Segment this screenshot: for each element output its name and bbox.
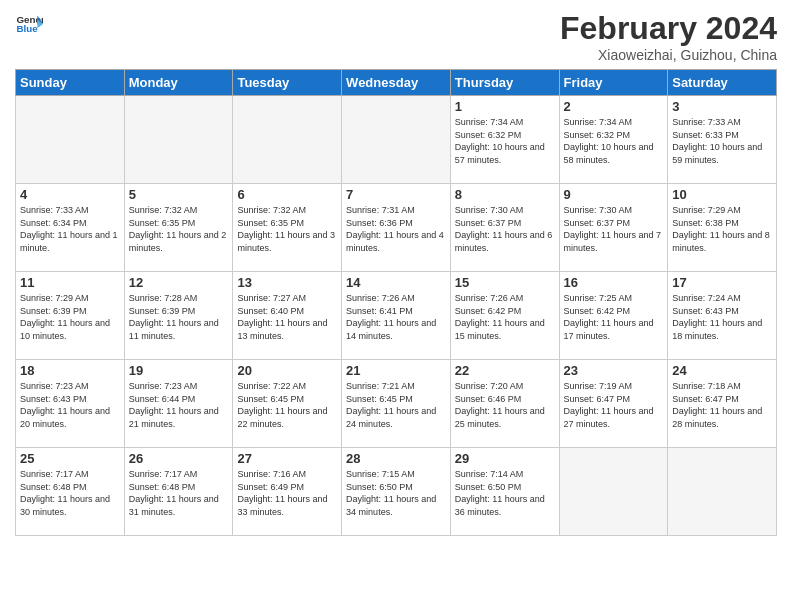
svg-text:Blue: Blue bbox=[16, 23, 38, 34]
day-number: 6 bbox=[237, 187, 337, 202]
calendar-cell: 2Sunrise: 7:34 AMSunset: 6:32 PMDaylight… bbox=[559, 96, 668, 184]
day-info: Sunrise: 7:21 AMSunset: 6:45 PMDaylight:… bbox=[346, 380, 446, 430]
day-info: Sunrise: 7:23 AMSunset: 6:44 PMDaylight:… bbox=[129, 380, 229, 430]
logo-icon: General Blue bbox=[15, 10, 43, 38]
day-info: Sunrise: 7:25 AMSunset: 6:42 PMDaylight:… bbox=[564, 292, 664, 342]
day-info: Sunrise: 7:29 AMSunset: 6:39 PMDaylight:… bbox=[20, 292, 120, 342]
day-info: Sunrise: 7:22 AMSunset: 6:45 PMDaylight:… bbox=[237, 380, 337, 430]
day-info: Sunrise: 7:32 AMSunset: 6:35 PMDaylight:… bbox=[129, 204, 229, 254]
calendar-cell: 20Sunrise: 7:22 AMSunset: 6:45 PMDayligh… bbox=[233, 360, 342, 448]
day-number: 21 bbox=[346, 363, 446, 378]
day-number: 12 bbox=[129, 275, 229, 290]
day-info: Sunrise: 7:16 AMSunset: 6:49 PMDaylight:… bbox=[237, 468, 337, 518]
day-number: 29 bbox=[455, 451, 555, 466]
day-number: 19 bbox=[129, 363, 229, 378]
day-info: Sunrise: 7:27 AMSunset: 6:40 PMDaylight:… bbox=[237, 292, 337, 342]
calendar-subtitle: Xiaoweizhai, Guizhou, China bbox=[560, 47, 777, 63]
week-row-4: 25Sunrise: 7:17 AMSunset: 6:48 PMDayligh… bbox=[16, 448, 777, 536]
day-number: 13 bbox=[237, 275, 337, 290]
day-info: Sunrise: 7:34 AMSunset: 6:32 PMDaylight:… bbox=[455, 116, 555, 166]
day-info: Sunrise: 7:14 AMSunset: 6:50 PMDaylight:… bbox=[455, 468, 555, 518]
day-number: 15 bbox=[455, 275, 555, 290]
calendar-cell bbox=[559, 448, 668, 536]
calendar-cell: 9Sunrise: 7:30 AMSunset: 6:37 PMDaylight… bbox=[559, 184, 668, 272]
day-number: 25 bbox=[20, 451, 120, 466]
day-number: 1 bbox=[455, 99, 555, 114]
calendar-cell bbox=[16, 96, 125, 184]
day-info: Sunrise: 7:17 AMSunset: 6:48 PMDaylight:… bbox=[129, 468, 229, 518]
day-info: Sunrise: 7:28 AMSunset: 6:39 PMDaylight:… bbox=[129, 292, 229, 342]
day-info: Sunrise: 7:32 AMSunset: 6:35 PMDaylight:… bbox=[237, 204, 337, 254]
calendar-cell: 22Sunrise: 7:20 AMSunset: 6:46 PMDayligh… bbox=[450, 360, 559, 448]
day-number: 2 bbox=[564, 99, 664, 114]
day-number: 8 bbox=[455, 187, 555, 202]
day-info: Sunrise: 7:31 AMSunset: 6:36 PMDaylight:… bbox=[346, 204, 446, 254]
day-info: Sunrise: 7:33 AMSunset: 6:33 PMDaylight:… bbox=[672, 116, 772, 166]
weekday-header-saturday: Saturday bbox=[668, 70, 777, 96]
day-number: 16 bbox=[564, 275, 664, 290]
calendar-cell: 5Sunrise: 7:32 AMSunset: 6:35 PMDaylight… bbox=[124, 184, 233, 272]
day-info: Sunrise: 7:33 AMSunset: 6:34 PMDaylight:… bbox=[20, 204, 120, 254]
day-info: Sunrise: 7:30 AMSunset: 6:37 PMDaylight:… bbox=[455, 204, 555, 254]
weekday-header-wednesday: Wednesday bbox=[342, 70, 451, 96]
day-info: Sunrise: 7:29 AMSunset: 6:38 PMDaylight:… bbox=[672, 204, 772, 254]
calendar-cell: 19Sunrise: 7:23 AMSunset: 6:44 PMDayligh… bbox=[124, 360, 233, 448]
calendar-cell: 28Sunrise: 7:15 AMSunset: 6:50 PMDayligh… bbox=[342, 448, 451, 536]
day-number: 10 bbox=[672, 187, 772, 202]
calendar-cell: 29Sunrise: 7:14 AMSunset: 6:50 PMDayligh… bbox=[450, 448, 559, 536]
calendar-cell: 7Sunrise: 7:31 AMSunset: 6:36 PMDaylight… bbox=[342, 184, 451, 272]
calendar-cell bbox=[124, 96, 233, 184]
calendar-cell: 15Sunrise: 7:26 AMSunset: 6:42 PMDayligh… bbox=[450, 272, 559, 360]
calendar-cell: 16Sunrise: 7:25 AMSunset: 6:42 PMDayligh… bbox=[559, 272, 668, 360]
calendar-table: SundayMondayTuesdayWednesdayThursdayFrid… bbox=[15, 69, 777, 536]
weekday-header-row: SundayMondayTuesdayWednesdayThursdayFrid… bbox=[16, 70, 777, 96]
calendar-cell: 1Sunrise: 7:34 AMSunset: 6:32 PMDaylight… bbox=[450, 96, 559, 184]
calendar-cell: 25Sunrise: 7:17 AMSunset: 6:48 PMDayligh… bbox=[16, 448, 125, 536]
calendar-cell: 27Sunrise: 7:16 AMSunset: 6:49 PMDayligh… bbox=[233, 448, 342, 536]
calendar-cell bbox=[668, 448, 777, 536]
day-info: Sunrise: 7:30 AMSunset: 6:37 PMDaylight:… bbox=[564, 204, 664, 254]
day-info: Sunrise: 7:17 AMSunset: 6:48 PMDaylight:… bbox=[20, 468, 120, 518]
day-number: 27 bbox=[237, 451, 337, 466]
day-number: 23 bbox=[564, 363, 664, 378]
day-info: Sunrise: 7:34 AMSunset: 6:32 PMDaylight:… bbox=[564, 116, 664, 166]
day-number: 20 bbox=[237, 363, 337, 378]
day-number: 3 bbox=[672, 99, 772, 114]
weekday-header-sunday: Sunday bbox=[16, 70, 125, 96]
day-number: 24 bbox=[672, 363, 772, 378]
week-row-3: 18Sunrise: 7:23 AMSunset: 6:43 PMDayligh… bbox=[16, 360, 777, 448]
calendar-title: February 2024 bbox=[560, 10, 777, 47]
calendar-cell: 11Sunrise: 7:29 AMSunset: 6:39 PMDayligh… bbox=[16, 272, 125, 360]
calendar-cell: 18Sunrise: 7:23 AMSunset: 6:43 PMDayligh… bbox=[16, 360, 125, 448]
logo: General Blue bbox=[15, 10, 43, 38]
calendar-cell: 26Sunrise: 7:17 AMSunset: 6:48 PMDayligh… bbox=[124, 448, 233, 536]
calendar-cell: 8Sunrise: 7:30 AMSunset: 6:37 PMDaylight… bbox=[450, 184, 559, 272]
weekday-header-tuesday: Tuesday bbox=[233, 70, 342, 96]
calendar-cell: 24Sunrise: 7:18 AMSunset: 6:47 PMDayligh… bbox=[668, 360, 777, 448]
title-block: February 2024 Xiaoweizhai, Guizhou, Chin… bbox=[560, 10, 777, 63]
day-number: 17 bbox=[672, 275, 772, 290]
week-row-2: 11Sunrise: 7:29 AMSunset: 6:39 PMDayligh… bbox=[16, 272, 777, 360]
weekday-header-thursday: Thursday bbox=[450, 70, 559, 96]
calendar-cell: 6Sunrise: 7:32 AMSunset: 6:35 PMDaylight… bbox=[233, 184, 342, 272]
calendar-cell bbox=[233, 96, 342, 184]
day-number: 28 bbox=[346, 451, 446, 466]
day-info: Sunrise: 7:15 AMSunset: 6:50 PMDaylight:… bbox=[346, 468, 446, 518]
calendar-cell: 3Sunrise: 7:33 AMSunset: 6:33 PMDaylight… bbox=[668, 96, 777, 184]
week-row-0: 1Sunrise: 7:34 AMSunset: 6:32 PMDaylight… bbox=[16, 96, 777, 184]
week-row-1: 4Sunrise: 7:33 AMSunset: 6:34 PMDaylight… bbox=[16, 184, 777, 272]
day-number: 4 bbox=[20, 187, 120, 202]
day-number: 18 bbox=[20, 363, 120, 378]
calendar-cell bbox=[342, 96, 451, 184]
calendar-cell: 10Sunrise: 7:29 AMSunset: 6:38 PMDayligh… bbox=[668, 184, 777, 272]
calendar-cell: 21Sunrise: 7:21 AMSunset: 6:45 PMDayligh… bbox=[342, 360, 451, 448]
weekday-header-monday: Monday bbox=[124, 70, 233, 96]
day-info: Sunrise: 7:20 AMSunset: 6:46 PMDaylight:… bbox=[455, 380, 555, 430]
day-info: Sunrise: 7:23 AMSunset: 6:43 PMDaylight:… bbox=[20, 380, 120, 430]
day-info: Sunrise: 7:26 AMSunset: 6:42 PMDaylight:… bbox=[455, 292, 555, 342]
page: General Blue February 2024 Xiaoweizhai, … bbox=[0, 0, 792, 612]
day-info: Sunrise: 7:26 AMSunset: 6:41 PMDaylight:… bbox=[346, 292, 446, 342]
day-number: 26 bbox=[129, 451, 229, 466]
day-number: 14 bbox=[346, 275, 446, 290]
day-info: Sunrise: 7:18 AMSunset: 6:47 PMDaylight:… bbox=[672, 380, 772, 430]
